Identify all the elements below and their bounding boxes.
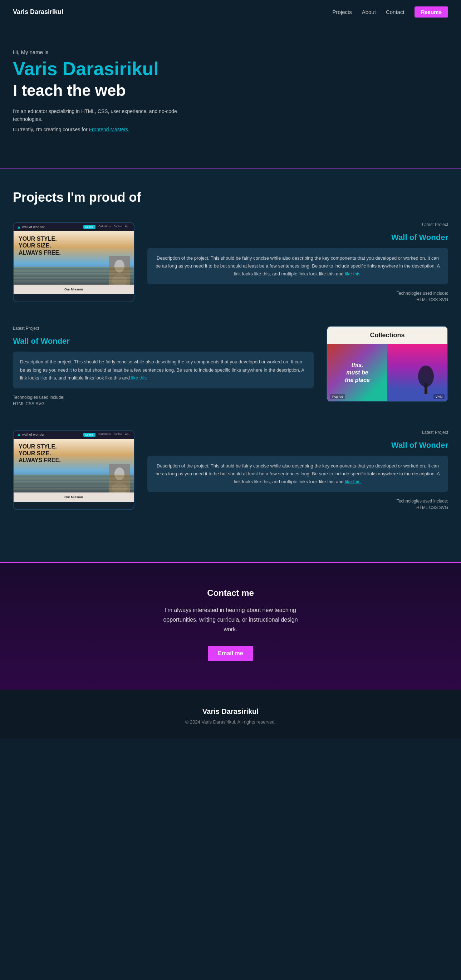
project-desc-link-3[interactable]: like this. [345,479,362,484]
hero-greeting: Hi, My name is [13,49,448,55]
screenshot-inner-1: wall of wonder Donate Collections Contac… [14,223,134,302]
project-card-3: wall of wonder Donate Collections Contac… [13,430,448,511]
hero-tagline: I teach the web [13,81,448,100]
screenshot-shelves-1 [14,267,134,285]
hero-section: Hi, My name is Varis Darasirikul I teach… [0,24,461,169]
footer-copyright: © 2024 Varis Darasirikul. All rights res… [13,719,448,725]
project-meta-label-2: Latest Project [13,326,314,331]
hero-frontend-masters-link[interactable]: Frontend Masters. [89,127,129,132]
contact-section: Contact me I'm always interested in hear… [0,563,461,690]
project-meta-label-3: Latest Project [147,430,448,435]
screenshot-donate-1: Donate [83,225,96,229]
collection-img-left: this.must bethe place Pop Art [327,344,387,401]
screenshot-nav-links-3: Donate Collections Contact Ab... [83,433,130,437]
project-screenshot-2: Collections this.must bethe place Pop Ar… [326,326,448,402]
email-me-button[interactable]: Email me [208,646,253,661]
screenshot-hero-content-1: Your style. Your size. Always free. [14,231,134,285]
tree-icon [415,358,437,394]
collection-label-right: Vivid [434,394,445,399]
screenshot-logo-1: wall of wonder [17,225,45,229]
project-screenshot-3: wall of wonder Donate Collections Contac… [13,430,135,510]
project-description-3: Description of the project. This should … [147,456,448,492]
hero-name: Varis Darasirikul [13,59,448,79]
project-info-3: Latest Project Wall of Wonder Descriptio… [147,430,448,511]
hero-desc-1: I'm an educator specializing in HTML, CS… [13,107,184,123]
hero-desc-2: Currently, I'm creating courses for Fron… [13,126,184,134]
screenshot-navbar-1: wall of wonder Donate Collections Contac… [14,223,134,231]
project-description-2: Description of the project. This should … [13,352,314,388]
collection-label-left: Pop Art [330,394,345,399]
project-tech-2: Technologies used include: HTML CSS SVG [13,394,314,407]
footer-name: Varis Darasirikul [13,708,448,716]
collection-img-right: Vivid [387,344,447,401]
svg-marker-6 [17,433,21,436]
collections-images: this.must bethe place Pop Art Vivid [327,344,447,401]
screenshot-hero-text-3: Your style. Your size. Always free. [19,443,61,464]
screenshot-nav-links-1: Donate Collections Contact Ab... [83,225,130,229]
nav-logo[interactable]: Varis Darasirikul [13,8,63,16]
nav-link-contact[interactable]: Contact [386,9,404,15]
project-info-1: Latest Project Wall of Wonder Descriptio… [147,222,448,303]
project-card-2: Collections this.must bethe place Pop Ar… [13,326,448,407]
project-description-1: Description of the project. This should … [147,248,448,284]
screenshot-hero-content-3: Your style. Your size. Always free. [14,439,134,493]
nav-link-about[interactable]: About [362,9,376,15]
nav-link-projects[interactable]: Projects [332,9,352,15]
screenshot-logo-3: wall of wonder [17,433,45,436]
project-tech-1: Technologies used include: HTML CSS SVG [147,290,448,303]
screenshot-mission-1: Our Mission [14,285,134,294]
project-desc-link-2[interactable]: like this. [131,375,148,380]
project-info-2: Latest Project Wall of Wonder Descriptio… [13,326,314,407]
svg-point-5 [418,366,434,387]
project-name-2: Wall of Wonder [13,337,314,346]
collections-header: Collections [327,326,447,344]
project-card-1: wall of wonder Donate Collections Contac… [13,222,448,303]
screenshot-navbar-3: wall of wonder Donate Collections Contac… [14,431,134,439]
contact-title: Contact me [13,588,448,598]
project-tech-3: Technologies used include: HTML CSS SVG [147,498,448,511]
footer: Varis Darasirikul © 2024 Varis Darasirik… [0,690,461,739]
projects-section: Projects I'm proud of wall of wonder Don… [0,169,461,563]
resume-button[interactable]: Resume [415,6,448,18]
projects-title: Projects I'm proud of [13,190,448,205]
contact-desc: I'm always interested in hearing about n… [163,605,299,635]
svg-marker-0 [17,226,21,229]
screenshot-shelves-3 [14,475,134,493]
project-name-1: Wall of Wonder [147,233,448,242]
screenshot-donate-3: Donate [83,433,96,437]
navbar: Varis Darasirikul Projects About Contact… [0,0,461,24]
screenshot-inner-3: wall of wonder Donate Collections Contac… [14,431,134,509]
project-meta-label-1: Latest Project [147,222,448,227]
project-screenshot-1: wall of wonder Donate Collections Contac… [13,222,135,302]
screenshot-hero-text-1: Your style. Your size. Always free. [19,235,61,256]
collection-text-left: this.must bethe place [345,361,369,384]
screenshot-mission-3: Our Mission [14,493,134,502]
project-desc-link-1[interactable]: like this. [345,271,362,277]
project-name-3: Wall of Wonder [147,441,448,450]
nav-links: Projects About Contact Resume [332,6,448,18]
